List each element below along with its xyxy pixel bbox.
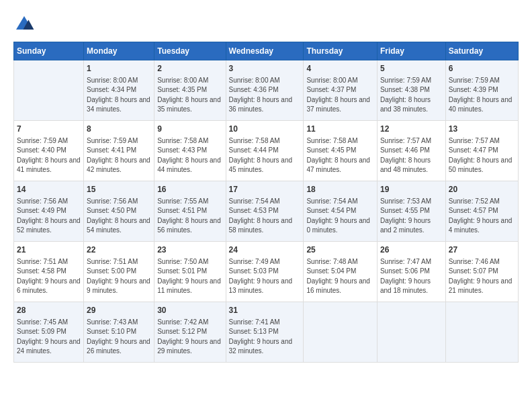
day-info: Sunrise: 7:57 AMSunset: 4:47 PMDaylight:… [449, 136, 515, 175]
calendar-week-row: 7Sunrise: 7:59 AMSunset: 4:40 PMDaylight… [14, 121, 519, 181]
calendar-cell: 22Sunrise: 7:51 AMSunset: 5:00 PMDayligh… [84, 242, 154, 302]
day-info: Sunrise: 7:58 AMSunset: 4:45 PMDaylight:… [306, 136, 374, 175]
day-number: 7 [17, 124, 81, 135]
day-info: Sunrise: 7:54 AMSunset: 4:54 PMDaylight:… [306, 197, 374, 236]
day-info: Sunrise: 7:49 AMSunset: 5:03 PMDaylight:… [229, 257, 301, 296]
calendar-cell: 30Sunrise: 7:42 AMSunset: 5:12 PMDayligh… [154, 302, 226, 363]
calendar-cell: 10Sunrise: 7:58 AMSunset: 4:44 PMDayligh… [226, 121, 304, 181]
day-number: 26 [380, 244, 443, 256]
day-info: Sunrise: 7:50 AMSunset: 5:01 PMDaylight:… [157, 257, 222, 296]
day-number: 23 [157, 244, 222, 256]
calendar-cell: 3Sunrise: 8:00 AMSunset: 4:36 PMDaylight… [226, 60, 304, 121]
calendar-cell: 12Sunrise: 7:57 AMSunset: 4:46 PMDayligh… [377, 121, 445, 181]
day-number: 9 [157, 124, 222, 135]
calendar-cell: 15Sunrise: 7:56 AMSunset: 4:50 PMDayligh… [84, 181, 154, 242]
calendar-cell: 13Sunrise: 7:57 AMSunset: 4:47 PMDayligh… [445, 121, 518, 181]
day-number: 24 [229, 244, 301, 256]
day-info: Sunrise: 7:54 AMSunset: 4:53 PMDaylight:… [229, 197, 301, 236]
calendar-cell: 8Sunrise: 7:59 AMSunset: 4:41 PMDaylight… [84, 121, 154, 181]
day-info: Sunrise: 7:59 AMSunset: 4:39 PMDaylight:… [449, 76, 515, 115]
day-info: Sunrise: 7:59 AMSunset: 4:40 PMDaylight:… [17, 136, 81, 175]
header-day-wednesday: Wednesday [226, 42, 304, 60]
header-day-tuesday: Tuesday [154, 42, 226, 60]
calendar-cell: 28Sunrise: 7:45 AMSunset: 5:09 PMDayligh… [14, 302, 84, 363]
calendar-cell: 19Sunrise: 7:53 AMSunset: 4:55 PMDayligh… [377, 181, 445, 242]
header-day-monday: Monday [84, 42, 154, 60]
day-number: 6 [449, 63, 515, 75]
calendar-week-row: 1Sunrise: 8:00 AMSunset: 4:34 PMDaylight… [14, 60, 519, 121]
calendar-cell: 2Sunrise: 8:00 AMSunset: 4:35 PMDaylight… [154, 60, 226, 121]
day-info: Sunrise: 7:56 AMSunset: 4:49 PMDaylight:… [17, 197, 81, 236]
header [13, 13, 519, 35]
calendar-cell [14, 60, 84, 121]
calendar-cell [304, 302, 378, 363]
calendar-cell: 25Sunrise: 7:48 AMSunset: 5:04 PMDayligh… [304, 242, 378, 302]
day-info: Sunrise: 7:51 AMSunset: 4:58 PMDaylight:… [17, 257, 81, 296]
day-info: Sunrise: 7:56 AMSunset: 4:50 PMDaylight:… [87, 197, 151, 236]
day-info: Sunrise: 7:46 AMSunset: 5:07 PMDaylight:… [449, 257, 515, 296]
logo-icon [13, 13, 35, 35]
calendar-week-row: 21Sunrise: 7:51 AMSunset: 4:58 PMDayligh… [14, 242, 519, 302]
day-number: 13 [449, 124, 515, 135]
calendar-week-row: 14Sunrise: 7:56 AMSunset: 4:49 PMDayligh… [14, 181, 519, 242]
day-number: 22 [87, 244, 151, 256]
day-info: Sunrise: 7:48 AMSunset: 5:04 PMDaylight:… [306, 257, 374, 296]
day-number: 18 [306, 184, 374, 195]
day-info: Sunrise: 7:43 AMSunset: 5:10 PMDaylight:… [87, 318, 151, 357]
day-number: 20 [449, 184, 515, 195]
day-info: Sunrise: 7:41 AMSunset: 5:13 PMDaylight:… [229, 318, 301, 357]
calendar-cell: 6Sunrise: 7:59 AMSunset: 4:39 PMDaylight… [445, 60, 518, 121]
logo [13, 13, 38, 35]
calendar-cell: 4Sunrise: 8:00 AMSunset: 4:37 PMDaylight… [304, 60, 378, 121]
day-info: Sunrise: 7:59 AMSunset: 4:38 PMDaylight:… [380, 76, 443, 115]
day-info: Sunrise: 7:42 AMSunset: 5:12 PMDaylight:… [157, 318, 222, 357]
day-number: 30 [157, 305, 222, 316]
calendar-header-row: SundayMondayTuesdayWednesdayThursdayFrid… [14, 42, 519, 60]
calendar-cell: 17Sunrise: 7:54 AMSunset: 4:53 PMDayligh… [226, 181, 304, 242]
day-number: 4 [306, 63, 374, 75]
calendar-cell [445, 302, 518, 363]
calendar-cell: 9Sunrise: 7:58 AMSunset: 4:43 PMDaylight… [154, 121, 226, 181]
day-info: Sunrise: 7:57 AMSunset: 4:46 PMDaylight:… [380, 136, 443, 175]
calendar-cell: 7Sunrise: 7:59 AMSunset: 4:40 PMDaylight… [14, 121, 84, 181]
day-info: Sunrise: 7:53 AMSunset: 4:55 PMDaylight:… [380, 197, 443, 236]
calendar-cell [377, 302, 445, 363]
day-number: 3 [229, 63, 301, 75]
day-number: 5 [380, 63, 443, 75]
day-info: Sunrise: 7:47 AMSunset: 5:06 PMDaylight:… [380, 257, 443, 296]
header-day-friday: Friday [377, 42, 445, 60]
day-info: Sunrise: 7:58 AMSunset: 4:43 PMDaylight:… [157, 136, 222, 175]
day-number: 2 [157, 63, 222, 75]
day-info: Sunrise: 8:00 AMSunset: 4:35 PMDaylight:… [157, 76, 222, 115]
calendar-cell: 27Sunrise: 7:46 AMSunset: 5:07 PMDayligh… [445, 242, 518, 302]
day-info: Sunrise: 7:55 AMSunset: 4:51 PMDaylight:… [157, 197, 222, 236]
header-day-saturday: Saturday [445, 42, 518, 60]
day-number: 19 [380, 184, 443, 195]
day-number: 25 [306, 244, 374, 256]
day-info: Sunrise: 7:59 AMSunset: 4:41 PMDaylight:… [87, 136, 151, 175]
day-number: 16 [157, 184, 222, 195]
calendar-cell: 5Sunrise: 7:59 AMSunset: 4:38 PMDaylight… [377, 60, 445, 121]
day-info: Sunrise: 7:52 AMSunset: 4:57 PMDaylight:… [449, 197, 515, 236]
calendar-cell: 23Sunrise: 7:50 AMSunset: 5:01 PMDayligh… [154, 242, 226, 302]
day-number: 21 [17, 244, 81, 256]
day-info: Sunrise: 7:45 AMSunset: 5:09 PMDaylight:… [17, 318, 81, 357]
day-number: 14 [17, 184, 81, 195]
day-info: Sunrise: 8:00 AMSunset: 4:37 PMDaylight:… [306, 76, 374, 115]
day-number: 12 [380, 124, 443, 135]
calendar-cell: 26Sunrise: 7:47 AMSunset: 5:06 PMDayligh… [377, 242, 445, 302]
calendar-cell: 1Sunrise: 8:00 AMSunset: 4:34 PMDaylight… [84, 60, 154, 121]
day-number: 10 [229, 124, 301, 135]
header-day-sunday: Sunday [14, 42, 84, 60]
day-number: 28 [17, 305, 81, 316]
calendar-cell: 21Sunrise: 7:51 AMSunset: 4:58 PMDayligh… [14, 242, 84, 302]
calendar-cell: 20Sunrise: 7:52 AMSunset: 4:57 PMDayligh… [445, 181, 518, 242]
day-number: 15 [87, 184, 151, 195]
calendar-cell: 29Sunrise: 7:43 AMSunset: 5:10 PMDayligh… [84, 302, 154, 363]
calendar-cell: 14Sunrise: 7:56 AMSunset: 4:49 PMDayligh… [14, 181, 84, 242]
day-number: 31 [229, 305, 301, 316]
calendar-cell: 16Sunrise: 7:55 AMSunset: 4:51 PMDayligh… [154, 181, 226, 242]
calendar-cell: 24Sunrise: 7:49 AMSunset: 5:03 PMDayligh… [226, 242, 304, 302]
day-info: Sunrise: 8:00 AMSunset: 4:36 PMDaylight:… [229, 76, 301, 115]
calendar-table: SundayMondayTuesdayWednesdayThursdayFrid… [13, 42, 519, 363]
